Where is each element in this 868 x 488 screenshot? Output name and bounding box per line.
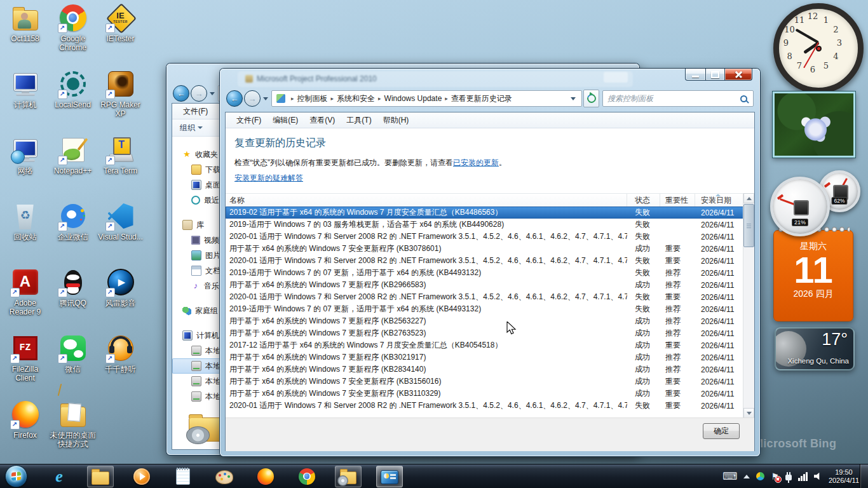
desktop-icon-npp[interactable]: ↗Notepad++	[49, 135, 97, 201]
update-history-window[interactable]: Microsoft Project Professional 2010 ← → …	[220, 69, 760, 456]
keyboard-tray-icon[interactable]: ⌨	[722, 471, 737, 482]
nav-history-dropdown-icon[interactable]	[210, 92, 215, 95]
desktop-icon-openfolder[interactable]: 未使用的桌面快捷方式	[49, 399, 97, 465]
address-dropdown-icon[interactable]	[571, 97, 576, 100]
desktop-icon-recycle[interactable]: ♻回收站	[1, 201, 49, 267]
menu-item[interactable]: 工具(T)	[341, 113, 377, 128]
breadcrumb-item[interactable]: 查看更新历史记录	[451, 93, 512, 104]
desktop-icon-userfolder[interactable]: Oct1158	[1, 3, 49, 69]
clock-numeral: 8	[787, 51, 792, 61]
menu-item[interactable]: 帮助(H)	[377, 113, 415, 128]
vertical-scrollbar[interactable]	[743, 193, 754, 418]
update-row[interactable]: 2017-12 适用于基于 x64 的系统的 Windows 7 月度安全质量汇…	[226, 339, 743, 351]
scrollbar-thumb[interactable]	[743, 204, 754, 247]
update-row[interactable]: 用于基于 x64 的系统的 Windows 7 更新程序 (KB3021917)…	[226, 351, 743, 363]
column-header[interactable]: 安装日期	[695, 194, 743, 207]
update-row[interactable]: 用于基于 x64 的系统的 Windows 7 安全更新程序 (KB311032…	[226, 388, 743, 400]
desktop-icon-ietester[interactable]: IETESTER↗IETester	[97, 3, 144, 69]
ok-button[interactable]: 确定	[703, 423, 740, 439]
update-row[interactable]: 2020-01 适用于 Windows 7 和 Server 2008 R2 的…	[226, 255, 743, 267]
desktop-icon-rpg[interactable]: ↗RPG Maker XP	[97, 69, 144, 135]
taskbar-button-explorer[interactable]	[87, 466, 114, 487]
desktop-icon-wechat[interactable]: ↗微信	[49, 333, 97, 399]
taskbar-button-installer[interactable]	[335, 466, 362, 487]
troubleshoot-link[interactable]: 安装更新的疑难解答	[234, 173, 303, 182]
taskbar-button-wmp[interactable]	[128, 466, 155, 487]
app-tray-icon[interactable]	[756, 472, 764, 480]
nav-history-dropdown-icon[interactable]	[263, 97, 268, 100]
show-hidden-icons-button[interactable]	[743, 475, 750, 478]
update-row[interactable]: 2019-适用于 Windows 7 的 07 更新，适用于基于 x64 的系统…	[226, 267, 743, 279]
calendar-gadget[interactable]: 星期六 11 2026 四月	[773, 230, 853, 322]
minimize-button[interactable]	[685, 69, 706, 81]
desktop-icon-wecom[interactable]: ↗企业微信	[49, 201, 97, 267]
taskbar-button-paint[interactable]	[211, 466, 238, 487]
taskbar-button-chrome[interactable]	[294, 466, 320, 487]
update-row[interactable]: 2019-适用于 Windows 7 的 07 更新，适用于基于 x64 的系统…	[226, 303, 743, 315]
breadcrumb-item[interactable]: 系统和安全	[337, 93, 375, 104]
organize-button[interactable]: 组织	[180, 123, 195, 133]
desktop-icon-network[interactable]: 网络	[1, 135, 49, 201]
column-header[interactable]: 名称	[226, 194, 627, 207]
back-button[interactable]: ←	[226, 90, 243, 107]
update-row[interactable]: 2019-02 适用于基于 x64 的系统的 Windows 7 月度安全质量汇…	[226, 207, 743, 219]
forward-button[interactable]: →	[191, 85, 207, 102]
column-header[interactable]: 重要性	[660, 194, 695, 207]
desktop-icon-player[interactable]: ▶↗风雷影音	[97, 267, 144, 333]
taskbar-button-firefox[interactable]	[252, 466, 279, 487]
update-row[interactable]: 用于基于 x64 的系统的 Windows 7 更新程序 (KB2966583)…	[226, 279, 743, 291]
action-center-icon[interactable]: ⚑	[771, 472, 779, 481]
breadcrumb-bar[interactable]: ▸控制面板▸系统和安全▸Windows Update▸查看更新历史记录	[271, 90, 582, 107]
clock-gadget[interactable]: 121234567891011	[773, 3, 864, 93]
update-row[interactable]: 用于基于 x64 的系统的 Windows 7 更新程序 (KB2563227)…	[226, 315, 743, 327]
scroll-down-button[interactable]	[743, 408, 754, 418]
desktop-icon-localsend[interactable]: ↗LocalSend	[49, 69, 97, 135]
taskbar-button-cp[interactable]	[376, 466, 403, 487]
update-row[interactable]: 2019-适用于 Windows 7 的 03 服务堆栈更新，适合基于 x64 …	[226, 219, 743, 231]
weather-gadget[interactable]: 17° Xicheng Qu, China	[775, 327, 855, 370]
menu-item[interactable]: 编辑(E)	[267, 113, 304, 128]
desktop-icon-adobe[interactable]: A↗Adobe Reader 9	[1, 267, 49, 333]
breadcrumb-item[interactable]: Windows Update	[384, 94, 442, 103]
desktop-icon-computer[interactable]: 计算机	[1, 69, 49, 135]
show-desktop-button[interactable]	[860, 464, 868, 488]
desktop-icon-filezilla[interactable]: FZ↗FileZilla Client	[1, 333, 49, 399]
taskbar-button-ie[interactable]: e	[46, 466, 72, 487]
desktop-icon-vscode[interactable]: ↗Visual Stud...	[97, 201, 144, 267]
cpu-meter-gadget[interactable]: 62% 21%	[769, 169, 858, 233]
update-row[interactable]: 用于基于 x64 的系统的 Windows 7 更新程序 (KB2834140)…	[226, 363, 743, 376]
close-button[interactable]	[724, 69, 752, 81]
menu-item[interactable]: 文件(F)	[177, 104, 214, 119]
search-box[interactable]: 搜索控制面板	[602, 90, 754, 107]
back-button[interactable]: ←	[173, 85, 189, 102]
windows-flag-icon	[11, 471, 21, 481]
update-row[interactable]: 2020-01 适用于 Windows 7 和 Server 2008 R2 的…	[226, 400, 743, 412]
column-header[interactable]: 状态	[627, 194, 660, 207]
scroll-up-button[interactable]	[743, 193, 754, 203]
desktop-icon-qianqian[interactable]: ↗千千静听	[97, 333, 144, 399]
desktop-icon-chrome[interactable]: ↗Google Chrome	[49, 3, 97, 69]
taskbar-button-notepad[interactable]	[170, 466, 196, 487]
desktop-icon-teraterm[interactable]: T↗Tera Term	[97, 135, 144, 201]
update-row[interactable]: 用于基于 x64 的系统的 Windows 7 安全更新程序 (KB315601…	[226, 376, 743, 388]
start-button[interactable]	[5, 465, 27, 487]
refresh-button[interactable]	[583, 90, 599, 107]
maximize-button[interactable]	[706, 69, 724, 81]
update-row[interactable]: 用于基于 x64 的系统的 Windows 7 安全更新程序 (KB307860…	[226, 243, 743, 255]
volume-tray-icon[interactable]	[814, 472, 822, 480]
update-row[interactable]: 用于基于 x64 的系统的 Windows 7 更新程序 (KB2763523)…	[226, 327, 743, 339]
forward-button[interactable]: →	[244, 90, 261, 107]
photo-slideshow-gadget[interactable]	[773, 92, 855, 158]
adobe-icon: A↗	[10, 267, 41, 297]
desktop-icon-firefox[interactable]: ↗Firefox	[1, 399, 49, 465]
update-row[interactable]: 2020-01 适用于 Windows 7 和 Server 2008 R2 的…	[226, 231, 743, 243]
menu-item[interactable]: 文件(F)	[231, 113, 267, 128]
tray-clock[interactable]: 19:50 2026/4/11	[829, 468, 859, 485]
power-tray-icon[interactable]	[785, 475, 792, 480]
menu-item[interactable]: 查看(V)	[304, 113, 341, 128]
update-row[interactable]: 2020-01 适用于 Windows 7 和 Server 2008 R2 的…	[226, 291, 743, 303]
breadcrumb-item[interactable]: 控制面板	[297, 93, 328, 104]
installed-updates-link[interactable]: 已安装的更新	[453, 158, 499, 167]
desktop-icon-qq[interactable]: ↗腾讯QQ	[49, 267, 97, 333]
network-tray-icon[interactable]	[798, 472, 808, 481]
